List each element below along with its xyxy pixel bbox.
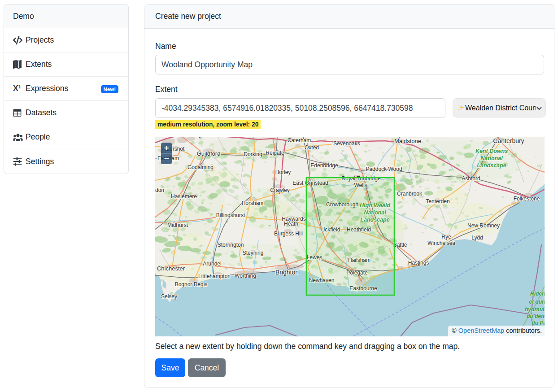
svg-text:Caterham: Caterham bbox=[288, 137, 311, 144]
svg-text:Winchelsea: Winchelsea bbox=[427, 240, 455, 246]
svg-text:Midhurst: Midhurst bbox=[167, 222, 188, 228]
svg-text:Heath: Heath bbox=[284, 221, 298, 227]
svg-text:Godalming: Godalming bbox=[187, 164, 214, 170]
svg-text:Hastings: Hastings bbox=[408, 260, 429, 266]
svg-text:Worthing: Worthing bbox=[235, 273, 256, 279]
svg-text:Bognor Regis: Bognor Regis bbox=[175, 281, 208, 287]
svg-text:Ridens: Ridens bbox=[530, 291, 545, 297]
svg-text:New Romney: New Romney bbox=[467, 222, 500, 229]
svg-text:Landscape: Landscape bbox=[477, 162, 506, 169]
svg-text:Chichester: Chichester bbox=[157, 265, 185, 272]
svg-text:Folkestone: Folkestone bbox=[514, 196, 540, 202]
svg-text:rdon: rdon bbox=[155, 187, 164, 193]
svg-text:Farnborough: Farnborough bbox=[174, 137, 205, 138]
svg-text:Paddock Wood: Paddock Wood bbox=[366, 166, 402, 172]
svg-text:Horsham: Horsham bbox=[242, 200, 264, 206]
svg-text:Oxted: Oxted bbox=[305, 144, 319, 151]
svg-text:Steyning: Steyning bbox=[243, 250, 264, 256]
svg-text:Horley: Horley bbox=[275, 169, 291, 175]
svg-text:Guildford: Guildford bbox=[197, 150, 221, 157]
svg-text:Arundel: Arundel bbox=[203, 261, 221, 267]
svg-text:Ashford: Ashford bbox=[462, 175, 480, 182]
svg-text:Rye: Rye bbox=[441, 234, 451, 240]
svg-text:Dorking: Dorking bbox=[244, 151, 262, 157]
svg-text:Kent Downs: Kent Downs bbox=[475, 148, 508, 154]
svg-text:Canterbury: Canterbury bbox=[493, 137, 524, 144]
svg-text:Reigate: Reigate bbox=[266, 150, 284, 156]
svg-text:Billingshurst: Billingshurst bbox=[216, 212, 245, 218]
svg-text:Storrington: Storrington bbox=[218, 242, 244, 248]
svg-text:Tenterden: Tenterden bbox=[426, 198, 449, 205]
svg-text:Haslemere: Haslemere bbox=[171, 193, 197, 200]
svg-text:du détro: du détro bbox=[527, 313, 545, 319]
svg-text:Brighton: Brighton bbox=[275, 269, 299, 276]
svg-text:Littlehampton: Littlehampton bbox=[198, 273, 231, 279]
svg-text:Burgess Hill: Burgess Hill bbox=[274, 231, 303, 237]
svg-text:Cranbrook: Cranbrook bbox=[397, 191, 423, 197]
svg-text:Battle: Battle bbox=[393, 242, 407, 248]
svg-text:Selsey: Selsey bbox=[161, 293, 177, 300]
svg-text:du Pa: du Pa bbox=[532, 320, 545, 326]
svg-text:Crawley: Crawley bbox=[270, 187, 289, 193]
svg-text:Edenbridge: Edenbridge bbox=[310, 162, 338, 169]
svg-text:et dune: et dune bbox=[529, 299, 545, 305]
svg-text:Sevenoaks: Sevenoaks bbox=[333, 140, 360, 147]
svg-text:hydrauliq: hydrauliq bbox=[525, 306, 545, 313]
svg-text:Maidstone: Maidstone bbox=[394, 138, 421, 144]
svg-text:Lydd: Lydd bbox=[471, 235, 483, 241]
svg-text:National: National bbox=[480, 155, 503, 161]
